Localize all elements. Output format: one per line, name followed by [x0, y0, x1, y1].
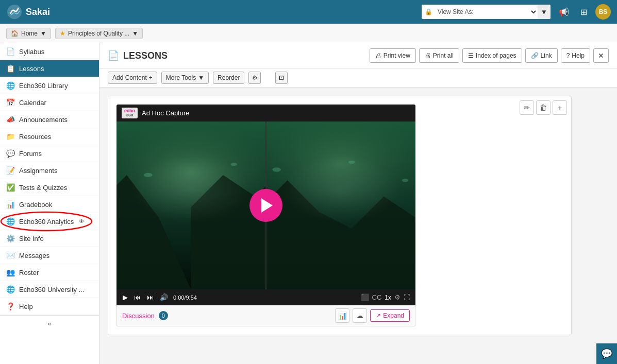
breadcrumb-bar: 🏠 Home ▼ ★ Principles of Quality ... ▼ [0, 24, 617, 43]
svg-point-10 [348, 161, 355, 164]
sakai-logo[interactable]: Sakai [6, 4, 50, 20]
subtitles-icon[interactable]: ⬛ [361, 293, 369, 301]
bar-chart-icon: 📊 [338, 311, 347, 320]
sidebar: 📄 Syllabus 📋 Lessons 🌐 Echo360 Library 📅… [0, 43, 99, 364]
view-site-dropdown-btn[interactable]: ▼ [538, 5, 551, 19]
grid-btn[interactable]: ⊞ [577, 5, 590, 19]
play-button-overlay[interactable] [249, 189, 282, 222]
svg-point-4 [144, 173, 153, 177]
more-tools-arrow-icon: ▼ [198, 74, 204, 81]
underwater-left [116, 122, 265, 289]
analytics-eye-icon: 👁 [79, 218, 85, 224]
megaphone-btn[interactable]: 📢 [556, 5, 572, 19]
caption-icon[interactable]: CC [372, 293, 382, 301]
discussion-count: 0 [162, 313, 165, 319]
sidebar-item-gradebook-label: Gradebook [19, 201, 52, 209]
video-screen[interactable] [116, 122, 415, 289]
columns-toggle-icon[interactable]: ⊡ [275, 72, 288, 84]
print-all-btn[interactable]: 🖨 Print all [419, 48, 459, 63]
close-btn[interactable]: ✕ [593, 48, 609, 63]
sidebar-collapse-btn[interactable]: « [0, 315, 99, 332]
announcements-icon: 📣 [6, 115, 15, 124]
play-ctrl-btn[interactable]: ▶ [122, 292, 129, 302]
underwater-scene-svg-right [266, 122, 415, 289]
edit-btn[interactable]: ✏ [520, 100, 534, 115]
sidebar-item-siteinfo[interactable]: ⚙️ Site Info [0, 230, 99, 247]
add-content-btn[interactable]: Add Content + [108, 72, 157, 84]
sidebar-item-tests[interactable]: ✅ Tests & Quizzes [0, 179, 99, 196]
sidebar-item-echo360uni[interactable]: 🌐 Echo360 University ... [0, 281, 99, 298]
view-site-selector[interactable]: 🔒 View Site As: ▼ [422, 5, 551, 19]
index-label: Index of pages [476, 52, 516, 59]
sidebar-item-announcements[interactable]: 📣 Announcements [0, 111, 99, 128]
more-tools-label: More Tools [166, 74, 196, 81]
analytics-icon-btn[interactable]: 📊 [335, 308, 349, 323]
delete-btn[interactable]: 🗑 [536, 100, 551, 115]
add-content-label: Add Content [112, 74, 147, 81]
sidebar-item-calendar[interactable]: 📅 Calendar [0, 94, 99, 111]
video-bottom-right: 📊 ☁ ↗ Expand [335, 308, 410, 323]
fullscreen-icon[interactable]: ⛶ [404, 293, 410, 301]
card-actions: ✏ 🗑 + [520, 100, 567, 115]
chat-help-btn[interactable]: 💬 [596, 343, 617, 364]
sidebar-item-lessons[interactable]: 📋 Lessons [0, 60, 99, 77]
expand-arrow-icon: ↗ [376, 312, 381, 319]
print-all-label: Print all [433, 52, 454, 59]
sidebar-item-help-label: Help [19, 303, 33, 310]
echo360-icon: 🌐 [6, 81, 15, 90]
discussion-link[interactable]: Discussion [122, 312, 155, 320]
breadcrumb-home[interactable]: 🏠 Home ▼ [6, 28, 51, 39]
breadcrumb-site[interactable]: ★ Principles of Quality ... ▼ [55, 28, 143, 39]
sidebar-item-resources[interactable]: 📁 Resources [0, 128, 99, 145]
sidebar-item-echo360analytics[interactable]: 🌐 Echo360 Analytics 👁 [0, 213, 99, 230]
sidebar-item-echo360[interactable]: 🌐 Echo360 Library [0, 77, 99, 94]
video-player: echo 360 Ad Hoc Capture [116, 105, 415, 326]
video-title: Ad Hoc Capture [142, 109, 190, 117]
sidebar-item-roster[interactable]: 👥 Roster [0, 264, 99, 281]
sidebar-item-gradebook[interactable]: 📊 Gradebook [0, 196, 99, 213]
speed-icon[interactable]: 1x [385, 294, 391, 301]
reorder-btn[interactable]: Reorder [213, 72, 244, 84]
video-ctrl-right: ⬛ CC 1x ⚙ ⛶ [361, 293, 410, 301]
echo-logo-line2: 360 [126, 113, 133, 117]
echo360uni-icon: 🌐 [6, 285, 15, 293]
play-triangle-icon [261, 198, 273, 213]
play-circle[interactable] [249, 189, 282, 222]
echo360analytics-icon: 🌐 [6, 217, 15, 226]
print-all-icon: 🖨 [425, 52, 431, 59]
sidebar-item-assignments[interactable]: 📝 Assignments [0, 162, 99, 179]
sidebar-item-forums[interactable]: 💬 Forums [0, 145, 99, 162]
view-site-dropdown[interactable] [476, 5, 538, 19]
delete-icon: 🗑 [540, 103, 547, 112]
video-controls: ▶ ⏮ ⏭ 🔊 0:00/9:54 ⬛ CC 1x ⚙ ⛶ [116, 289, 415, 305]
sidebar-item-forums-label: Forums [19, 150, 42, 158]
svg-point-5 [230, 163, 237, 166]
help-btn[interactable]: ? Help [561, 48, 590, 63]
sidebar-item-echo360uni-label: Echo360 University ... [19, 286, 84, 293]
link-btn[interactable]: 🔗 Link [525, 48, 558, 63]
top-navbar: Sakai 🔒 View Site As: ▼ 📢 ⊞ BS [0, 0, 617, 24]
breadcrumb-site-label: Principles of Quality ... [68, 30, 129, 37]
sidebar-item-help[interactable]: ❓ Help [0, 298, 99, 315]
video-card: ✏ 🗑 + echo [108, 96, 572, 335]
forward-ctrl-btn[interactable]: ⏭ [146, 292, 155, 302]
print-view-btn[interactable]: 🖨 Print view [370, 48, 416, 63]
volume-ctrl-btn[interactable]: 🔊 [159, 292, 169, 302]
settings-ctrl-icon[interactable]: ⚙ [394, 293, 401, 301]
expand-btn[interactable]: ↗ Expand [370, 309, 410, 322]
avatar[interactable]: BS [595, 4, 611, 20]
video-bottom-bar: Discussion 0 📊 ☁ [116, 305, 415, 326]
forums-icon: 💬 [6, 149, 15, 158]
sidebar-item-messages[interactable]: ✉️ Messages [0, 247, 99, 264]
settings-icon[interactable]: ⚙ [248, 72, 261, 84]
add-after-btn[interactable]: + [553, 100, 567, 115]
more-tools-btn[interactable]: More Tools ▼ [161, 72, 209, 84]
rewind-ctrl-btn[interactable]: ⏮ [133, 292, 142, 302]
index-of-pages-btn[interactable]: ☰ Index of pages [462, 48, 522, 63]
add-icon: + [149, 74, 153, 81]
cloud-icon-btn[interactable]: ☁ [353, 308, 367, 323]
reorder-label: Reorder [218, 74, 240, 81]
roster-icon: 👥 [6, 268, 15, 276]
sidebar-item-syllabus[interactable]: 📄 Syllabus [0, 43, 99, 60]
expand-label: Expand [383, 312, 404, 319]
